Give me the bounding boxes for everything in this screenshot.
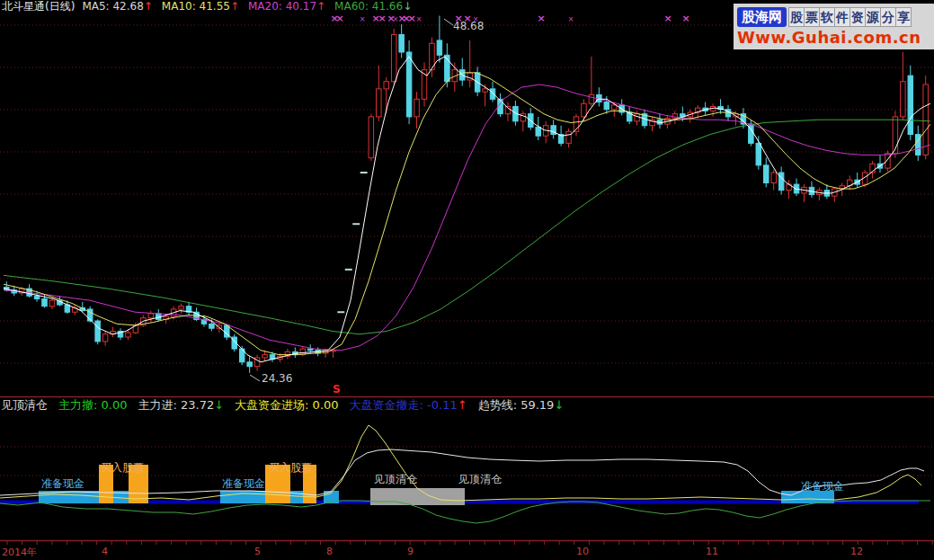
candle-down — [42, 299, 48, 307]
candle-down — [490, 89, 495, 99]
x-axis-label[interactable]: 10 — [576, 546, 589, 557]
x-axis-label[interactable]: 12 — [850, 546, 863, 557]
sell-x-mark-icon: × — [407, 13, 415, 24]
ma-value: MA60: 41.66↓ — [334, 0, 412, 13]
ma-trend-arrow-icon: ↓ — [403, 0, 412, 13]
watermark-slogan-char: 资 — [849, 7, 866, 27]
candle-down — [604, 102, 609, 110]
candle-up — [566, 131, 572, 143]
watermark-slogan-char: 享 — [895, 7, 912, 27]
x-axis-label[interactable]: 9 — [407, 546, 414, 557]
ma-value: MA20: 40.17↑ — [248, 0, 325, 13]
indicator-value-text: 主力撤: 0.00 — [58, 398, 127, 412]
candle-up — [635, 114, 640, 121]
annotation-leader — [250, 375, 260, 381]
candle-up — [262, 355, 268, 358]
candles-layer — [4, 16, 929, 373]
ma-line-MA5 — [4, 57, 930, 362]
candle-down — [764, 165, 769, 183]
candle-up — [49, 300, 55, 307]
ma-value-text: MA5: 42.68 — [82, 0, 143, 13]
indicator-value-text: 趋势线: 59.19 — [478, 398, 555, 412]
indicator-name: 见顶清仓 — [1, 398, 48, 412]
candle-down — [437, 40, 442, 55]
indicator-header: 见顶清仓主力撤: 0.00主力进: 23.72↓大盘资金进场: 0.00大盘资金… — [1, 398, 574, 413]
candle-up — [483, 89, 488, 92]
indicator-value: 大盘资金进场: 0.00 — [235, 398, 338, 412]
candle-down — [209, 324, 215, 328]
candle-down — [908, 76, 913, 134]
watermark: 股海网 股票软件资源分享 Www.Guhai.com.cn — [734, 4, 934, 49]
signal-label: 见顶清仓 — [458, 472, 502, 487]
signal-label: 准备现金 — [41, 476, 85, 492]
ma-value-text: MA10: 41.55 — [162, 0, 230, 13]
indicator-value: 主力撤: 0.00 — [58, 398, 127, 412]
candle-up — [771, 173, 777, 182]
signal-label: 准备现金 — [222, 476, 265, 492]
candle-up — [414, 99, 420, 117]
x-axis-label[interactable]: 4 — [102, 546, 108, 557]
candle-up — [384, 82, 389, 89]
ma-value: MA10: 41.55↑ — [162, 0, 239, 13]
ma-value: MA5: 42.68↑ — [82, 0, 152, 13]
watermark-slogan-char: 票 — [804, 7, 820, 27]
candle-up — [126, 333, 131, 337]
x-axis-label[interactable]: 8 — [326, 546, 333, 557]
ma-value-text: MA20: 40.17 — [248, 0, 316, 13]
candle-up — [901, 82, 906, 117]
candle-up — [923, 84, 929, 155]
candle-down — [406, 52, 412, 117]
chart-header: 北斗星通(日线)MA5: 42.68↑MA10: 41.55↑MA20: 40.… — [2, 0, 421, 13]
signal-label: 准备现金 — [801, 479, 844, 494]
signal-label: 买入股票 — [101, 460, 144, 476]
ma-trend-arrow-icon: ↑ — [144, 0, 153, 13]
indicator-values: 主力撤: 0.00主力进: 23.72↓大盘资金进场: 0.00大盘资金撤走: … — [58, 398, 574, 412]
sell-x-mark-icon: × — [537, 13, 545, 24]
candle-down — [399, 34, 405, 52]
annotation-leader — [444, 19, 453, 25]
watermark-slogan-char: 股 — [788, 7, 805, 27]
candle-up — [582, 103, 587, 117]
ma-lines-layer — [4, 57, 930, 362]
sell-x-mark-icon: × — [663, 13, 672, 24]
candle-up — [102, 334, 108, 342]
candle-up — [179, 307, 184, 309]
x-axis-label[interactable]: 2014年 — [2, 546, 37, 559]
watermark-badge: 股海网 — [737, 7, 787, 27]
indicator-value: 主力进: 23.72↓ — [138, 398, 224, 412]
watermark-slogan-char: 件 — [834, 7, 850, 27]
sell-x-mark-icon: × — [335, 13, 343, 24]
stock-title: 北斗星通(日线) — [2, 0, 75, 13]
candle-down — [95, 321, 101, 342]
candle-down — [536, 127, 541, 136]
high-price-label: 48.68 — [453, 20, 484, 32]
signal-label: 见顶清仓 — [374, 472, 417, 487]
ma-trend-arrow-icon: ↑ — [230, 0, 239, 13]
indicator-trend-arrow-icon: ↓ — [554, 398, 564, 412]
sell-x-mark-icon: × — [378, 13, 386, 24]
fund-out-line — [0, 501, 930, 523]
x-axis-label[interactable]: 11 — [706, 546, 718, 557]
indicator-value-text: 大盘资金撤走: -0.11 — [350, 398, 458, 412]
signal-bar-gray — [370, 488, 465, 505]
indicator-value: 大盘资金撤走: -0.11↑ — [350, 398, 467, 412]
indicator-trend-arrow-icon: ↓ — [214, 398, 224, 412]
ma-value-text: MA60: 41.66 — [334, 0, 403, 13]
x-axis-label[interactable]: 5 — [254, 546, 261, 557]
candle-down — [778, 173, 784, 191]
candle-down — [756, 143, 761, 165]
stock-app-screen: ×××××××××××××××××× 北斗星通(日线)MA5: 42.68↑MA… — [0, 0, 934, 560]
low-price-label: 24.36 — [262, 372, 292, 385]
ma-trend-arrow-icon: ↑ — [316, 0, 325, 13]
candle-up — [369, 117, 374, 158]
candle-up — [148, 314, 154, 318]
candle-up — [589, 94, 594, 103]
watermark-url: Www.Guhai.com.cn — [737, 28, 934, 48]
sell-x-mark-icon: × — [568, 15, 574, 23]
watermark-slogan-char: 软 — [819, 7, 835, 27]
candle-up — [391, 34, 396, 81]
sell-x-mark-icon: × — [360, 15, 366, 23]
candle-down — [308, 349, 314, 351]
indicator-value: 趋势线: 59.19↓ — [478, 398, 565, 412]
indicator-value-text: 大盘资金进场: 0.00 — [235, 398, 338, 412]
